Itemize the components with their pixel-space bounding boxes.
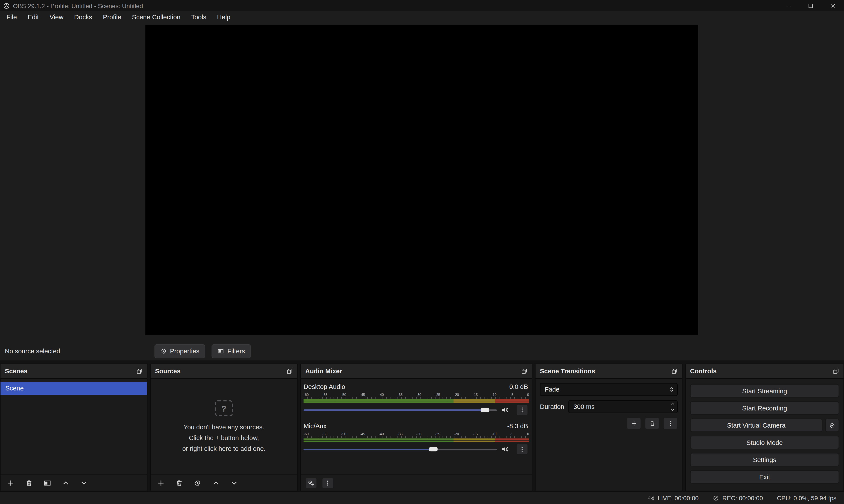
minimize-icon	[785, 2, 791, 9]
audio-mixer-panel: Audio Mixer Desktop Audio 0.0 dB -60-55-…	[300, 364, 532, 491]
audio-mixer-title: Audio Mixer	[305, 367, 342, 375]
statusbar: LIVE: 00:00:00 REC: 00:00:00 CPU: 0.0%, …	[0, 491, 844, 504]
mixer-options-button[interactable]	[322, 478, 334, 488]
add-source-button[interactable]	[157, 479, 164, 486]
transition-options-button[interactable]	[663, 417, 678, 429]
menu-help[interactable]: Help	[212, 12, 235, 23]
meter-tick-label: -55	[322, 432, 328, 436]
add-scene-button[interactable]	[7, 479, 15, 486]
scenes-header[interactable]: Scenes	[0, 364, 147, 379]
meter-tick-label: -45	[360, 432, 365, 436]
scene-filters-button[interactable]	[43, 479, 51, 486]
virtual-camera-settings-button[interactable]	[825, 418, 839, 432]
meter-tick-label: -25	[435, 432, 440, 436]
sources-popout-button[interactable]	[286, 368, 293, 374]
rec-status: REC: 00:00:00	[713, 494, 763, 501]
menu-docks[interactable]: Docks	[69, 12, 98, 23]
sources-empty-state: ? You don't have any sources. Click the …	[151, 379, 297, 474]
popout-icon	[136, 368, 143, 374]
slider-handle[interactable]	[429, 447, 438, 451]
channel-name: Desktop Audio	[304, 383, 346, 391]
maximize-button[interactable]	[807, 2, 814, 9]
window-title: OBS 29.1.2 - Profile: Untitled - Scenes:…	[13, 2, 781, 9]
scene-transitions-header[interactable]: Scene Transitions	[535, 364, 682, 379]
meter-tick-label: -35	[398, 432, 403, 436]
kebab-icon	[667, 420, 673, 427]
move-scene-up-button[interactable]	[62, 479, 69, 486]
minimize-button[interactable]	[785, 2, 791, 9]
controls-title: Controls	[690, 367, 717, 375]
remove-scene-button[interactable]	[25, 479, 33, 486]
duration-spinbox[interactable]: 300 ms	[569, 400, 678, 413]
filters-button[interactable]: Filters	[212, 344, 251, 358]
gear-icon	[160, 348, 166, 355]
window-controls	[785, 2, 841, 9]
controls-panel: Controls Start Streaming Start Recording…	[685, 364, 844, 491]
volume-slider[interactable]	[304, 445, 497, 453]
source-properties-button[interactable]	[194, 479, 201, 486]
channel-options-button[interactable]	[516, 404, 528, 415]
slider-handle[interactable]	[481, 408, 489, 412]
channel-level-db: -8.3 dB	[507, 422, 528, 430]
popout-icon	[833, 368, 839, 374]
meter-bar	[304, 401, 529, 403]
mute-button[interactable]	[501, 445, 509, 453]
remove-transition-button[interactable]	[645, 417, 660, 429]
menu-edit[interactable]: Edit	[22, 12, 44, 23]
sources-list[interactable]: ? You don't have any sources. Click the …	[151, 379, 297, 474]
move-source-up-button[interactable]	[212, 479, 219, 486]
scenes-popout-button[interactable]	[136, 368, 143, 374]
slider-fill	[304, 448, 435, 450]
audio-mixer-body: Desktop Audio 0.0 dB -60-55-50-45-40-35-…	[301, 379, 532, 474]
controls-header[interactable]: Controls	[686, 364, 844, 379]
mute-button[interactable]	[501, 406, 509, 414]
start-virtual-camera-button[interactable]: Start Virtual Camera	[690, 418, 823, 432]
meter-tick-label: -5	[510, 393, 513, 397]
meter-tickmarks	[304, 436, 529, 438]
meter-tick-labels: -60-55-50-45-40-35-30-25-20-15-10-50	[304, 393, 529, 397]
advanced-audio-button[interactable]	[305, 478, 317, 488]
meter-tick-label: -10	[492, 393, 497, 397]
move-source-down-button[interactable]	[230, 479, 238, 486]
settings-button[interactable]: Settings	[690, 453, 839, 466]
volume-slider[interactable]	[304, 406, 497, 414]
menu-scene-collection[interactable]: Scene Collection	[127, 12, 186, 23]
remove-source-button[interactable]	[176, 479, 183, 486]
audio-mixer-popout-button[interactable]	[521, 368, 527, 374]
scenes-title: Scenes	[5, 367, 28, 375]
volume-meter: -60-55-50-45-40-35-30-25-20-15-10-50	[304, 432, 529, 442]
duration-decrement-button[interactable]	[668, 407, 677, 413]
popout-icon	[521, 368, 527, 374]
slider-fill	[304, 409, 489, 411]
close-button[interactable]	[830, 2, 836, 9]
duration-increment-button[interactable]	[668, 401, 677, 407]
scene-list-item[interactable]: Scene	[0, 382, 147, 395]
scene-transitions-popout-button[interactable]	[671, 368, 678, 374]
menu-tools[interactable]: Tools	[186, 12, 212, 23]
start-recording-button[interactable]: Start Recording	[690, 401, 839, 415]
meter-tickmarks	[304, 397, 529, 399]
audio-mixer-header[interactable]: Audio Mixer	[301, 364, 532, 379]
move-scene-down-button[interactable]	[80, 479, 88, 486]
sources-header[interactable]: Sources	[151, 364, 297, 379]
properties-button[interactable]: Properties	[154, 344, 205, 358]
question-placeholder-icon: ?	[215, 400, 233, 416]
meter-tick-label: -5	[510, 432, 513, 436]
broadcast-icon	[648, 494, 654, 501]
menu-file[interactable]: File	[1, 12, 22, 23]
menu-profile[interactable]: Profile	[98, 12, 127, 23]
menu-view[interactable]: View	[44, 12, 69, 23]
studio-mode-button[interactable]: Studio Mode	[690, 436, 839, 449]
audio-mixer-toolbar	[301, 474, 532, 491]
transition-select[interactable]: Fade	[540, 383, 678, 396]
controls-popout-button[interactable]	[833, 368, 839, 374]
preview-canvas[interactable]	[145, 25, 698, 335]
scenes-list[interactable]: Scene	[0, 379, 147, 474]
channel-options-button[interactable]	[516, 444, 528, 455]
start-streaming-button[interactable]: Start Streaming	[690, 384, 839, 397]
cpu-fps-text: CPU: 0.0%, 59.94 fps	[777, 494, 837, 501]
exit-button[interactable]: Exit	[690, 470, 839, 484]
meter-tick-label: -40	[379, 393, 384, 397]
add-transition-button[interactable]	[627, 417, 641, 429]
meter-tick-label: 0	[527, 432, 529, 436]
